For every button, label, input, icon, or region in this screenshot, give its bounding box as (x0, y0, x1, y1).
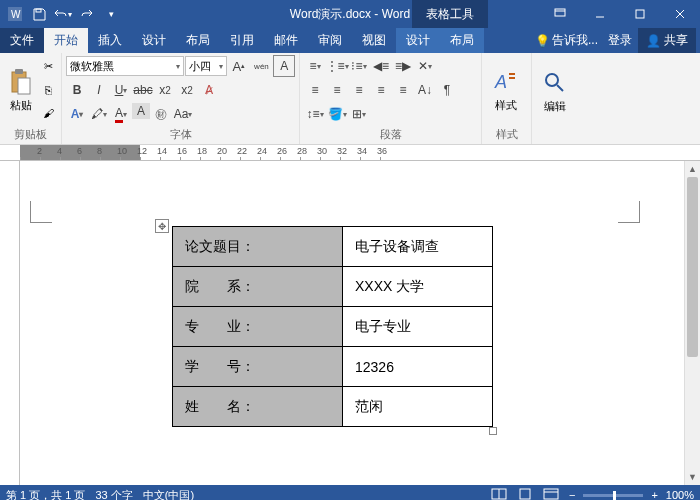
align-left-icon[interactable]: ≡ (304, 79, 326, 101)
table-row[interactable]: 论文题目：电子设备调查 (173, 227, 493, 267)
table-move-handle-icon[interactable]: ✥ (155, 219, 169, 233)
table-cell-value[interactable]: 电子专业 (343, 307, 493, 347)
vertical-scrollbar[interactable]: ▲ ▼ (684, 161, 700, 485)
shading-icon[interactable]: 🪣▾ (326, 103, 348, 125)
font-color-icon[interactable]: A▾ (110, 103, 132, 125)
strikethrough-icon[interactable]: abc (132, 79, 154, 101)
superscript-icon[interactable]: x2 (176, 79, 198, 101)
qat-customize-icon[interactable]: ▾ (100, 3, 122, 25)
cut-icon[interactable]: ✂ (39, 58, 57, 76)
ribbon-options-icon[interactable] (540, 0, 580, 28)
clear-format-icon[interactable]: A̷ (198, 79, 220, 101)
tab-references[interactable]: 引用 (220, 28, 264, 53)
tab-table-design[interactable]: 设计 (396, 28, 440, 53)
scroll-up-icon[interactable]: ▲ (685, 161, 700, 177)
table-resize-handle-icon[interactable] (489, 427, 497, 435)
vertical-ruler[interactable] (0, 161, 20, 485)
distribute-icon[interactable]: ≡ (392, 79, 414, 101)
save-icon[interactable] (28, 3, 50, 25)
tab-home[interactable]: 开始 (44, 28, 88, 53)
tab-mailings[interactable]: 邮件 (264, 28, 308, 53)
paste-button[interactable]: 粘贴 (4, 55, 37, 125)
tab-view[interactable]: 视图 (352, 28, 396, 53)
format-painter-icon[interactable]: 🖌 (39, 104, 57, 122)
editing-button[interactable]: 编辑 (536, 55, 574, 128)
table-row[interactable]: 专 业：电子专业 (173, 307, 493, 347)
justify-icon[interactable]: ≡ (370, 79, 392, 101)
table-cell-value[interactable]: 范闲 (343, 387, 493, 427)
grow-font-icon[interactable]: A▴ (228, 55, 250, 77)
redo-icon[interactable] (76, 3, 98, 25)
document-page[interactable]: ✥ 论文题目：电子设备调查院 系：XXXX 大学专 业：电子专业学 号：1232… (20, 161, 700, 485)
tab-design[interactable]: 设计 (132, 28, 176, 53)
increase-indent-icon[interactable]: ≡▶ (392, 55, 414, 77)
table-row[interactable]: 院 系：XXXX 大学 (173, 267, 493, 307)
table-row[interactable]: 姓 名：范闲 (173, 387, 493, 427)
show-marks-icon[interactable]: ¶ (436, 79, 458, 101)
bold-icon[interactable]: B (66, 79, 88, 101)
italic-icon[interactable]: I (88, 79, 110, 101)
table-cell-label[interactable]: 学 号： (173, 347, 343, 387)
page-status[interactable]: 第 1 页，共 1 页 (6, 488, 85, 501)
borders-icon[interactable]: ⊞▾ (348, 103, 370, 125)
table-cell-label[interactable]: 专 业： (173, 307, 343, 347)
status-bar: 第 1 页，共 1 页 33 个字 中文(中国) − + 100% (0, 485, 700, 500)
web-layout-icon[interactable] (543, 488, 561, 500)
svg-text:A: A (494, 72, 507, 92)
table-cell-label[interactable]: 姓 名： (173, 387, 343, 427)
share-button[interactable]: 👤共享 (638, 28, 696, 53)
align-center-icon[interactable]: ≡ (326, 79, 348, 101)
language-status[interactable]: 中文(中国) (143, 488, 194, 501)
asian-layout-icon[interactable]: ✕▾ (414, 55, 436, 77)
zoom-slider[interactable] (583, 494, 643, 497)
undo-icon[interactable]: ▾ (52, 3, 74, 25)
table-cell-value[interactable]: XXXX 大学 (343, 267, 493, 307)
read-mode-icon[interactable] (491, 488, 509, 500)
tab-review[interactable]: 审阅 (308, 28, 352, 53)
align-right-icon[interactable]: ≡ (348, 79, 370, 101)
svg-rect-12 (544, 489, 558, 499)
horizontal-ruler[interactable]: 24681012141618202224262830323436 (0, 145, 700, 161)
table-cell-value[interactable]: 12326 (343, 347, 493, 387)
table-cell-value[interactable]: 电子设备调查 (343, 227, 493, 267)
numbering-icon[interactable]: ⋮≡▾ (326, 55, 348, 77)
char-shading-icon[interactable]: A (132, 103, 150, 119)
maximize-icon[interactable] (620, 0, 660, 28)
subscript-icon[interactable]: x2 (154, 79, 176, 101)
document-table[interactable]: 论文题目：电子设备调查院 系：XXXX 大学专 业：电子专业学 号：12326姓… (172, 226, 493, 427)
sort-icon[interactable]: A↓ (414, 79, 436, 101)
zoom-in-icon[interactable]: + (651, 489, 657, 500)
font-name-combo[interactable]: 微软雅黑▾ (66, 56, 184, 76)
tab-insert[interactable]: 插入 (88, 28, 132, 53)
minimize-icon[interactable] (580, 0, 620, 28)
multilevel-icon[interactable]: ⁝≡▾ (348, 55, 370, 77)
table-row[interactable]: 学 号：12326 (173, 347, 493, 387)
bullets-icon[interactable]: ≡▾ (304, 55, 326, 77)
highlight-icon[interactable]: 🖍▾ (88, 103, 110, 125)
line-spacing-icon[interactable]: ↕≡▾ (304, 103, 326, 125)
tab-layout[interactable]: 布局 (176, 28, 220, 53)
copy-icon[interactable]: ⎘ (39, 81, 57, 99)
tab-file[interactable]: 文件 (0, 28, 44, 53)
zoom-out-icon[interactable]: − (569, 489, 575, 500)
scroll-thumb[interactable] (687, 177, 698, 357)
change-case-icon[interactable]: Aa▾ (172, 103, 194, 125)
styles-button[interactable]: A 样式 (486, 55, 526, 125)
word-count[interactable]: 33 个字 (95, 488, 132, 501)
close-icon[interactable] (660, 0, 700, 28)
table-cell-label[interactable]: 院 系： (173, 267, 343, 307)
scroll-down-icon[interactable]: ▼ (685, 469, 700, 485)
underline-icon[interactable]: U▾ (110, 79, 132, 101)
text-effects-icon[interactable]: A▾ (66, 103, 88, 125)
print-layout-icon[interactable] (517, 488, 535, 500)
signin-link[interactable]: 登录 (608, 32, 632, 49)
enclose-char-icon[interactable]: ㊖ (150, 103, 172, 125)
phonetic-guide-icon[interactable]: wén (251, 55, 273, 77)
tab-table-layout[interactable]: 布局 (440, 28, 484, 53)
decrease-indent-icon[interactable]: ◀≡ (370, 55, 392, 77)
char-border-icon[interactable]: A (273, 55, 295, 77)
font-size-combo[interactable]: 小四▾ (185, 56, 227, 76)
table-cell-label[interactable]: 论文题目： (173, 227, 343, 267)
zoom-level[interactable]: 100% (666, 489, 694, 500)
tell-me[interactable]: 💡告诉我... (531, 32, 602, 49)
